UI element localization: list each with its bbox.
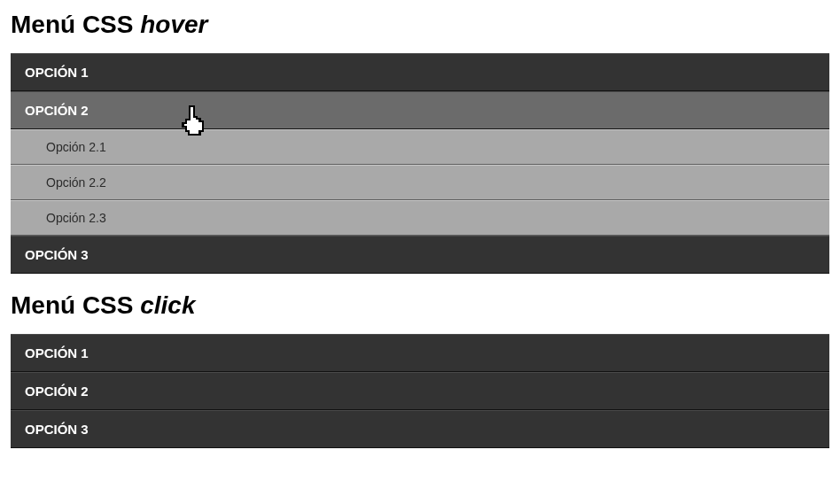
menu-hover-continued: OPCIÓN 3 bbox=[11, 236, 829, 274]
menu-item-label: OPCIÓN 1 bbox=[25, 65, 89, 80]
menu-item-label: OPCIÓN 3 bbox=[25, 422, 89, 437]
menu-item-label: OPCIÓN 3 bbox=[25, 247, 89, 262]
menu-hover: OPCIÓN 1 OPCIÓN 2 bbox=[11, 53, 829, 129]
menu-item-label: OPCIÓN 2 bbox=[25, 384, 89, 399]
menu-item-click-opcion-3[interactable]: OPCIÓN 3 bbox=[11, 410, 829, 448]
submenu-opcion-2: Opción 2.1 Opción 2.2 Opción 2.3 bbox=[11, 129, 829, 236]
menu-item-click-opcion-1[interactable]: OPCIÓN 1 bbox=[11, 334, 829, 372]
submenu-item-label: Opción 2.2 bbox=[46, 175, 106, 190]
heading-hover-text: Menú CSS bbox=[11, 11, 140, 38]
menu-item-click-opcion-2[interactable]: OPCIÓN 2 bbox=[11, 372, 829, 410]
heading-hover-em: hover bbox=[140, 11, 207, 38]
heading-click-em: click bbox=[140, 291, 195, 319]
submenu-item-label: Opción 2.3 bbox=[46, 211, 106, 225]
submenu-item-opcion-2-1[interactable]: Opción 2.1 bbox=[11, 129, 829, 165]
submenu-item-label: Opción 2.1 bbox=[46, 140, 106, 154]
submenu-item-opcion-2-2[interactable]: Opción 2.2 bbox=[11, 165, 829, 200]
menu-click: OPCIÓN 1 OPCIÓN 2 OPCIÓN 3 bbox=[11, 334, 829, 448]
menu-item-label: OPCIÓN 1 bbox=[25, 345, 89, 361]
heading-hover: Menú CSS hover bbox=[11, 11, 829, 39]
menu-item-label: OPCIÓN 2 bbox=[25, 103, 89, 118]
menu-item-opcion-3[interactable]: OPCIÓN 3 bbox=[11, 236, 829, 274]
submenu-item-opcion-2-3[interactable]: Opción 2.3 bbox=[11, 200, 829, 236]
heading-click: Menú CSS click bbox=[11, 291, 829, 320]
heading-click-text: Menú CSS bbox=[11, 291, 140, 319]
menu-hover-block: OPCIÓN 1 OPCIÓN 2 Opción 2.1 Opción 2.2 … bbox=[11, 53, 829, 274]
menu-item-opcion-2[interactable]: OPCIÓN 2 bbox=[11, 91, 829, 129]
menu-item-opcion-1[interactable]: OPCIÓN 1 bbox=[11, 53, 829, 91]
